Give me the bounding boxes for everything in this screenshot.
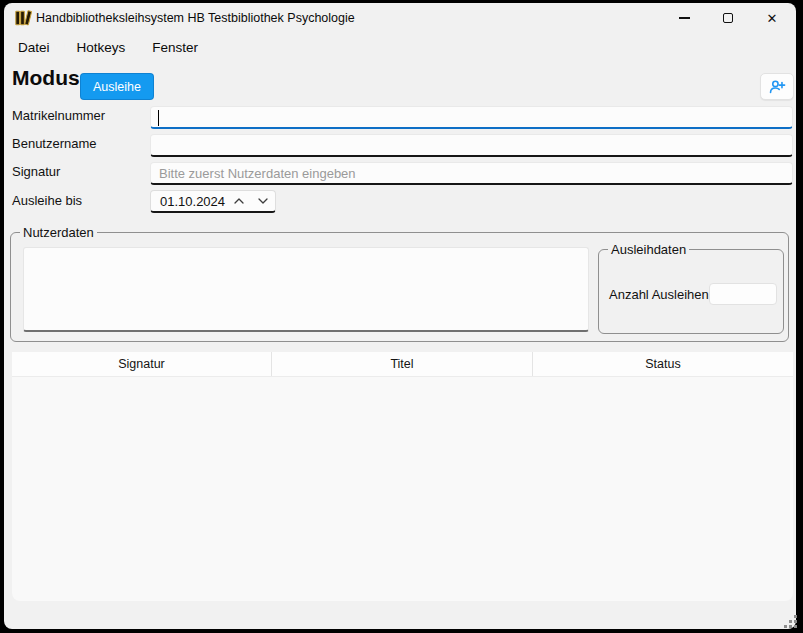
column-header-status[interactable]: Status (533, 352, 793, 376)
window-controls: ✕ (662, 3, 794, 33)
text-cursor (158, 110, 159, 126)
table-header: Signatur Titel Status (12, 352, 793, 377)
ausleihe-bis-value: 01.10.2024 (151, 194, 227, 209)
ausleihdaten-legend: Ausleihdaten (608, 242, 689, 257)
title-bar[interactable]: Handbibliotheksleihsystem HB Testbibliot… (4, 3, 796, 33)
benutzername-input[interactable] (150, 134, 793, 157)
window-title: Handbibliotheksleihsystem HB Testbibliot… (36, 11, 355, 25)
menu-item-hotkeys[interactable]: Hotkeys (77, 40, 126, 55)
benutzername-label: Benutzername (12, 136, 97, 151)
chevron-down-icon (257, 196, 269, 206)
anzahl-ausleihen-field[interactable] (709, 283, 777, 305)
person-add-icon (768, 78, 786, 96)
minimize-icon (679, 17, 690, 18)
screen-background: { "colors": { "accent": "#149af0", "focu… (0, 0, 803, 633)
results-table-body (12, 377, 793, 601)
column-header-titel[interactable]: Titel (272, 352, 533, 376)
app-icon (14, 9, 32, 27)
maximize-button[interactable] (706, 3, 750, 33)
close-icon: ✕ (767, 12, 778, 25)
mode-ausleihe-button[interactable]: Ausleihe (80, 73, 154, 100)
column-header-signatur[interactable]: Signatur (12, 352, 272, 376)
menu-item-datei[interactable]: Datei (18, 40, 50, 55)
nutzerdaten-groupbox: Nutzerdaten Ausleihdaten Anzahl Ausleihe… (10, 232, 789, 342)
resize-grip[interactable] (783, 614, 799, 629)
matrikelnummer-label: Matrikelnummer (12, 108, 105, 123)
nutzerdaten-legend: Nutzerdaten (20, 225, 97, 240)
menu-bar: Datei Hotkeys Fenster (4, 33, 796, 61)
signatur-label: Signatur (12, 164, 60, 179)
menu-item-fenster[interactable]: Fenster (152, 40, 198, 55)
user-data-textarea[interactable] (23, 247, 589, 332)
ausleihe-bis-label: Ausleihe bis (12, 193, 82, 208)
anzahl-ausleihen-label: Anzahl Ausleihen (609, 287, 709, 302)
chevron-up-icon (233, 196, 245, 206)
mode-heading: Modus (12, 66, 80, 90)
app-window: Handbibliotheksleihsystem HB Testbibliot… (4, 3, 796, 629)
date-decrement-button[interactable] (251, 191, 275, 212)
add-user-button[interactable] (760, 73, 794, 100)
matrikelnummer-input[interactable] (150, 106, 793, 129)
date-increment-button[interactable] (227, 191, 251, 212)
ausleihdaten-groupbox: Ausleihdaten Anzahl Ausleihen (598, 249, 784, 334)
close-button[interactable]: ✕ (750, 3, 794, 33)
signatur-input[interactable] (150, 162, 793, 185)
ausleihe-bis-date-picker[interactable]: 01.10.2024 (150, 190, 276, 213)
maximize-icon (723, 13, 733, 23)
minimize-button[interactable] (662, 3, 706, 33)
